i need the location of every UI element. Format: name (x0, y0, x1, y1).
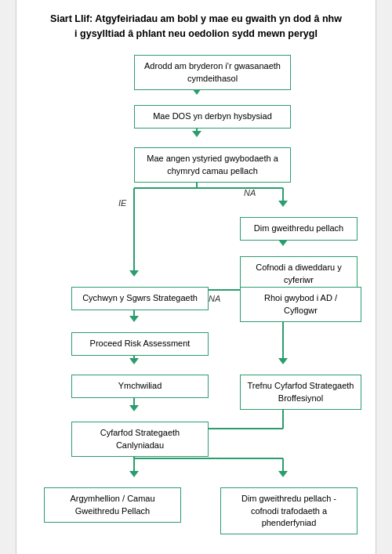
box-b9: Ymchwiliad (71, 375, 209, 397)
box-b1: Adrodd am bryderon i'r gwasanaeth cymdei… (134, 55, 291, 90)
box-b10: Cyfarfod Strategaeth Canlyniadau (71, 422, 209, 457)
label-na-b7: NA (209, 294, 220, 303)
box-b7: Cychwyn y Sgwrs Strategaeth (71, 287, 209, 310)
box-b2: Mae DOS yn derbyn hysbysiad (134, 105, 291, 128)
box-b11-right: Dim gweithredu pellach - cofnodi trafoda… (220, 487, 358, 534)
page-title: Siart Llif: Atgyfeiriadau am bobl y mae … (32, 12, 360, 42)
label-na-right: NA (244, 188, 256, 197)
box-b5: Dim gweithredu pellach (240, 217, 358, 240)
box-b9-right: Trefnu Cyfarfod Strategaeth Broffesiynol (240, 375, 361, 410)
page: Siart Llif: Atgyfeiriadau am bobl y mae … (16, 0, 376, 554)
box-b8-right: Rhoi gwybod i AD / Cyflogwr (240, 287, 361, 322)
box-b11-left: Argymhellion / Camau Gweithredu Pellach (44, 487, 181, 523)
box-b8: Proceed Risk Assessment (71, 332, 209, 355)
label-ie: IE (118, 198, 126, 208)
flowchart: Adrodd am bryderon i'r gwasanaeth cymdei… (32, 55, 361, 541)
box-b3: Mae angen ystyried gwybodaeth a chymryd … (134, 147, 291, 183)
